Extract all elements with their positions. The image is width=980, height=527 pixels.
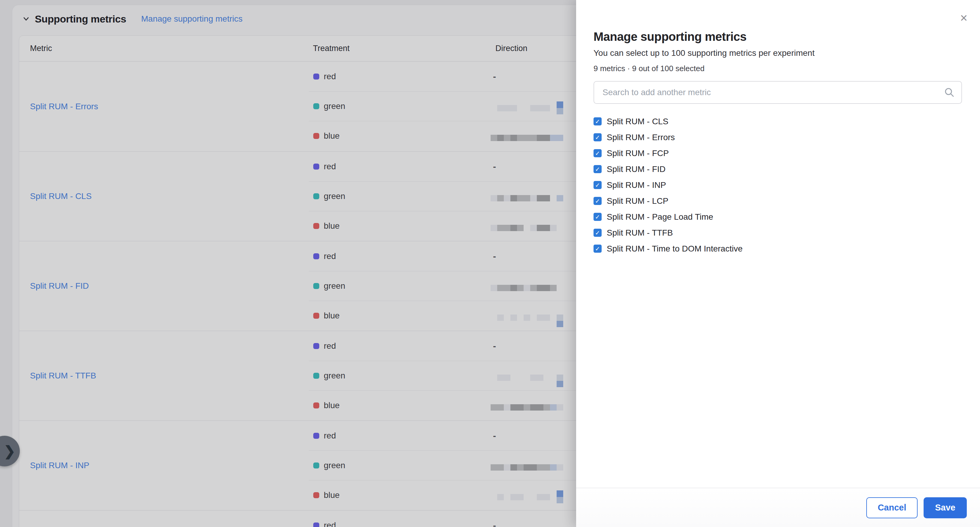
metric-option-label: Split RUM - FID: [607, 164, 665, 174]
search-icon: [944, 87, 955, 98]
metric-option-label: Split RUM - Errors: [607, 133, 675, 142]
metric-option[interactable]: ✓Split RUM - TTFB: [593, 225, 962, 241]
metric-option[interactable]: ✓Split RUM - INP: [593, 177, 962, 193]
drawer-title: Manage supporting metrics: [593, 30, 962, 43]
checkbox-checked-icon[interactable]: ✓: [593, 245, 601, 253]
checkbox-checked-icon[interactable]: ✓: [593, 165, 601, 173]
metric-option-label: Split RUM - TTFB: [607, 228, 673, 238]
close-icon[interactable]: ×: [955, 9, 973, 27]
checkbox-checked-icon[interactable]: ✓: [593, 117, 601, 126]
metric-option[interactable]: ✓Split RUM - FCP: [593, 145, 962, 161]
metric-search: [593, 81, 962, 104]
search-input[interactable]: [594, 82, 961, 103]
checkbox-checked-icon[interactable]: ✓: [593, 229, 601, 237]
metric-option-label: Split RUM - INP: [607, 180, 666, 190]
selection-count: 9 metrics · 9 out of 100 selected: [593, 64, 962, 73]
metric-option[interactable]: ✓Split RUM - Time to DOM Interactive: [593, 241, 962, 256]
metric-checkbox-list: ✓Split RUM - CLS✓Split RUM - Errors✓Spli…: [593, 113, 962, 256]
metric-option-label: Split RUM - LCP: [607, 196, 668, 206]
metric-option[interactable]: ✓Split RUM - CLS: [593, 113, 962, 129]
drawer-subtitle: You can select up to 100 supporting metr…: [593, 48, 962, 58]
checkbox-checked-icon[interactable]: ✓: [593, 197, 601, 205]
checkbox-checked-icon[interactable]: ✓: [593, 133, 601, 141]
metric-option-label: Split RUM - Page Load Time: [607, 212, 713, 222]
metric-option[interactable]: ✓Split RUM - Errors: [593, 129, 962, 145]
drawer-footer: Cancel Save: [576, 488, 980, 527]
metric-option-label: Split RUM - CLS: [607, 117, 668, 126]
metric-option[interactable]: ✓Split RUM - Page Load Time: [593, 209, 962, 225]
metric-option-label: Split RUM - Time to DOM Interactive: [607, 244, 743, 253]
manage-supporting-metrics-drawer: × Manage supporting metrics You can sele…: [576, 0, 980, 527]
checkbox-checked-icon[interactable]: ✓: [593, 213, 601, 221]
cancel-button[interactable]: Cancel: [866, 497, 918, 518]
checkbox-checked-icon[interactable]: ✓: [593, 181, 601, 189]
metric-option[interactable]: ✓Split RUM - FID: [593, 161, 962, 177]
save-button[interactable]: Save: [924, 497, 967, 518]
checkbox-checked-icon[interactable]: ✓: [593, 149, 601, 157]
metric-option-label: Split RUM - FCP: [607, 148, 669, 158]
metric-option[interactable]: ✓Split RUM - LCP: [593, 193, 962, 209]
drawer-body: Manage supporting metrics You can select…: [576, 0, 980, 488]
